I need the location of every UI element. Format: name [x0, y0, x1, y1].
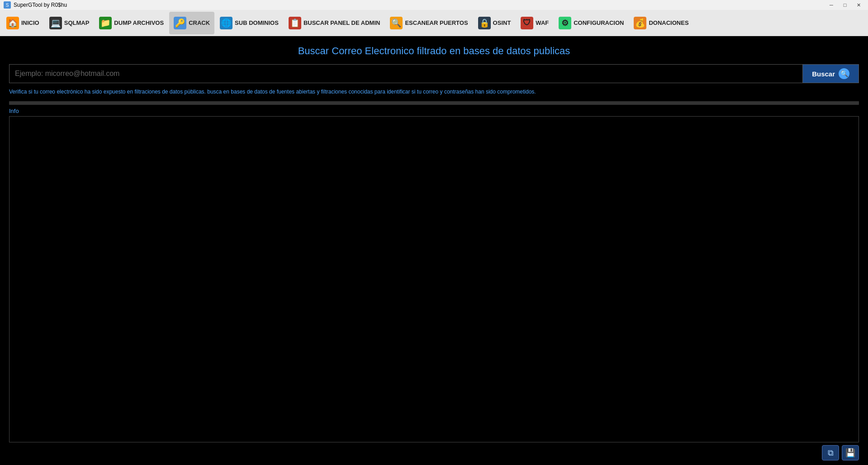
app-icon: S [4, 1, 11, 9]
escanear-icon: 🔍 [390, 17, 403, 29]
save-icon: 💾 [845, 448, 855, 458]
nav-item-buscar[interactable]: 📋 BUSCAR PANEL DE ADMIN [284, 12, 385, 34]
title-bar: S SuperGTool by R0$hu ─ □ ✕ [0, 0, 868, 10]
nav-item-crack[interactable]: 🔑 CRACK [169, 12, 214, 34]
nav-item-sqlmap[interactable]: 💻 SQLMAP [45, 12, 94, 34]
nav-label-waf: WAF [536, 19, 549, 26]
nav-label-inicio: INICIO [21, 19, 39, 26]
bottom-bar: ⧉ 💾 [9, 442, 859, 460]
dump-icon: 📁 [99, 17, 112, 29]
description-text: Verifica si tu correo electrónico ha sid… [9, 89, 859, 95]
sqlmap-icon: 💻 [49, 17, 62, 29]
nav-item-sub[interactable]: 🌐 SUB DOMINIOS [215, 12, 283, 34]
sub-icon: 🌐 [220, 17, 232, 29]
osint-icon: 🔒 [478, 17, 491, 29]
nav-label-sqlmap: SQLMAP [64, 19, 90, 26]
nav-item-config[interactable]: ⚙ CONFIGURACION [554, 12, 628, 34]
buscar-icon: 📋 [289, 17, 301, 29]
navbar: 🏠 INICIO 💻 SQLMAP 📁 DUMP ARCHIVOS 🔑 CRAC… [0, 10, 868, 36]
nav-label-osint: OSINT [493, 19, 511, 26]
home-icon: 🏠 [6, 17, 19, 29]
search-button[interactable]: Buscar 🔍 [803, 64, 859, 83]
nav-label-sub: SUB DOMINIOS [235, 19, 279, 26]
crack-icon: 🔑 [174, 17, 186, 29]
config-icon: ⚙ [559, 17, 571, 29]
main-content: Buscar Correo Electronico filtrado en ba… [0, 36, 868, 465]
nav-item-dump[interactable]: 📁 DUMP ARCHIVOS [95, 12, 168, 34]
copy-button[interactable]: ⧉ [822, 445, 839, 460]
page-title: Buscar Correo Electronico filtrado en ba… [9, 45, 859, 57]
nav-label-donate: DONACIONES [649, 19, 688, 26]
maximize-button[interactable]: □ [839, 1, 851, 9]
nav-label-crack: CRACK [189, 19, 210, 26]
nav-item-waf[interactable]: 🛡 WAF [516, 12, 553, 34]
donate-icon: 💰 [634, 17, 646, 29]
search-row: Buscar 🔍 [9, 64, 859, 83]
nav-item-inicio[interactable]: 🏠 INICIO [2, 12, 44, 34]
nav-item-escanear[interactable]: 🔍 ESCANEAR PUERTOS [385, 12, 472, 34]
info-label: Info [9, 108, 859, 114]
nav-label-escanear: ESCANEAR PUERTOS [405, 19, 468, 26]
minimize-button[interactable]: ─ [825, 1, 837, 9]
progress-bar-container [9, 101, 859, 105]
search-button-label: Buscar [812, 70, 835, 78]
nav-label-config: CONFIGURACION [574, 19, 624, 26]
title-bar-left: S SuperGTool by R0$hu [4, 1, 67, 9]
nav-label-dump: DUMP ARCHIVOS [114, 19, 164, 26]
nav-item-osint[interactable]: 🔒 OSINT [474, 12, 516, 34]
search-input[interactable] [9, 64, 803, 83]
nav-label-buscar: BUSCAR PANEL DE ADMIN [304, 19, 380, 26]
waf-icon: 🛡 [521, 17, 533, 29]
search-icon: 🔍 [839, 68, 849, 79]
output-area[interactable] [9, 116, 859, 442]
window-title: SuperGTool by R0$hu [14, 2, 67, 8]
close-button[interactable]: ✕ [853, 1, 864, 9]
nav-item-donate[interactable]: 💰 DONACIONES [629, 12, 693, 34]
save-button[interactable]: 💾 [842, 445, 859, 460]
copy-icon: ⧉ [828, 448, 834, 458]
title-bar-controls: ─ □ ✕ [825, 1, 864, 9]
